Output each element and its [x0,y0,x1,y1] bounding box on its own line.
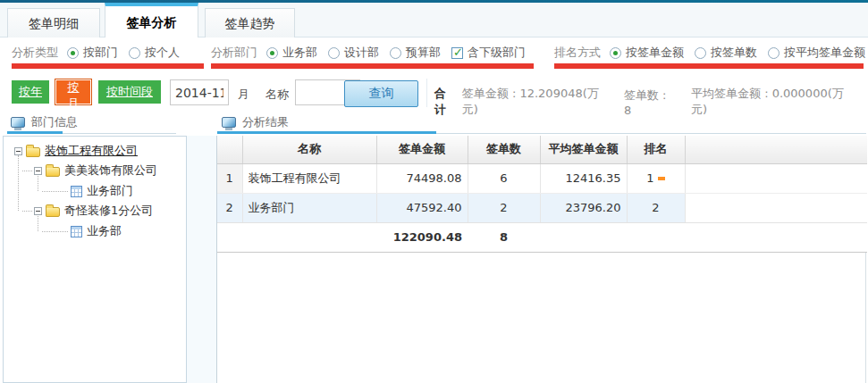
radio-label: 按个人 [145,45,180,61]
radio-label: 按签单金额 [626,45,684,61]
radio-icon[interactable] [390,47,401,59]
tree-item-meimei-company[interactable]: 美美装饰有限公司 [34,162,157,179]
radio-icon[interactable] [129,47,140,59]
total-empty [685,222,867,252]
header-index [217,136,242,163]
toolbar-divider [426,79,427,107]
by-time-range-button[interactable]: 按时间段 [98,80,161,104]
analysis-result-header: 分析结果 [222,114,289,130]
cell-sign-amount: 74498.08 [376,163,468,193]
name-label: 名称 [265,87,289,103]
department-info-header: 部门信息 [11,114,78,130]
collapse-icon[interactable] [34,207,42,215]
radio-by-department[interactable]: 按部门 [67,45,118,61]
month-input[interactable] [170,79,229,105]
total-empty [627,222,685,252]
total-sign-count: 签单数 : 8 [624,87,675,117]
radio-icon[interactable] [768,47,780,59]
total-sign-amount: 122090.48 [376,222,468,252]
radio-business-dept[interactable]: 业务部 [266,45,317,61]
collapse-icon[interactable] [34,167,42,175]
cell-name: 装饰工程有限公司 [242,163,376,193]
tree-item-label[interactable]: 业务部 [87,223,122,239]
radio-icon[interactable] [610,47,621,59]
monitor-icon [222,117,236,128]
total-empty [540,222,627,252]
checkbox-icon[interactable] [451,47,463,59]
department-info-underline-gray [63,133,176,134]
row-index: 1 [217,163,242,193]
tree-item-label[interactable]: 奇怪装修1分公司 [64,203,153,219]
radio-icon[interactable] [266,47,278,59]
query-button[interactable]: 查询 [344,80,418,107]
result-table: 名称 签单金额 签单数 平均签单金额 排名 1 装饰工程有限公司 74498.0… [217,136,867,253]
radio-icon[interactable] [67,47,79,59]
summary-totals: 合计 签单金额 : 12.209048(万元) 签单数 : 8 平均签单金额 :… [434,86,868,118]
red-highlight-underline-2 [211,63,534,69]
tree-connector [18,155,19,211]
cell-rank: 2 [627,193,685,222]
analysis-type-group: 分析类型 按部门 按个人 [12,45,190,61]
collapse-icon[interactable] [14,147,22,155]
tree-item-root-company[interactable]: 装饰工程有限公司 [14,142,138,160]
signing-analysis-page: 签单明细 签单分析 签单趋势 分析类型 按部门 按个人 分析部门 业务部 设计部… [0,0,868,383]
header-rank[interactable]: 排名 [627,136,685,163]
radio-by-average-sign-amount[interactable]: 按平均签单金额 [768,45,865,61]
radio-label: 业务部 [282,45,317,61]
radio-label: 设计部 [344,45,379,61]
table-row[interactable]: 2 业务部门 47592.40 2 23796.20 2 [217,193,867,222]
department-tree-panel: 装饰工程有限公司 美美装饰有限公司 业务部门 奇怪装修1分公司 业务部 [3,136,187,383]
row-index: 2 [217,193,242,222]
cell-sign-count: 6 [468,163,540,193]
checkbox-include-sub-departments[interactable]: 含下级部门 [451,45,526,61]
header-average-sign-amount[interactable]: 平均签单金额 [540,136,627,163]
ranking-method-group: 排名方式 按签单金额 按签单数 按平均签单金额 [554,45,865,61]
radio-design-dept[interactable]: 设计部 [328,45,379,61]
tab-signing-details[interactable]: 签单明细 [7,8,100,37]
tree-item-qiguai-branch[interactable]: 奇怪装修1分公司 [34,202,153,220]
total-sign-amount: 签单金额 : 12.209048(万元) [462,86,608,118]
radio-by-sign-amount[interactable]: 按签单金额 [610,45,684,61]
tree-connector [42,231,68,232]
cell-average-sign-amount: 23796.20 [540,193,627,222]
header-sign-count[interactable]: 签单数 [468,136,540,163]
header-sign-amount[interactable]: 签单金额 [376,136,468,163]
radio-label: 按部门 [83,45,118,61]
table-header-row: 名称 签单金额 签单数 平均签单金额 排名 [217,136,867,163]
cell-sign-count: 2 [468,193,540,222]
tree-connector [42,191,68,192]
tree-item-label[interactable]: 业务部门 [87,183,133,199]
table-icon [71,226,82,237]
radio-by-individual[interactable]: 按个人 [129,45,180,61]
rank-marker-icon [658,177,665,180]
radio-icon[interactable] [695,47,706,59]
tree-item-business-department[interactable]: 业务部门 [71,182,133,200]
department-info-underline [7,131,63,134]
analysis-result-title: 分析结果 [242,114,289,130]
radio-by-sign-count[interactable]: 按签单数 [695,45,757,61]
total-empty [217,222,242,252]
cell-name: 业务部门 [242,193,376,222]
rank-value: 2 [652,201,659,214]
analysis-department-group: 分析部门 业务部 设计部 预算部 含下级部门 [211,45,536,61]
analysis-type-label: 分析类型 [12,45,58,61]
tab-signing-analysis[interactable]: 签单分析 [105,3,198,37]
radio-icon[interactable] [328,47,340,59]
tree-item-label[interactable]: 装饰工程有限公司 [45,143,138,159]
analysis-result-underline-gray [436,133,866,134]
table-row[interactable]: 1 装饰工程有限公司 74498.08 6 12416.35 1 [217,163,867,193]
by-month-button[interactable]: 按月 [55,79,92,105]
cell-filler [685,193,867,222]
folder-icon [26,147,40,157]
radio-label: 预算部 [406,45,441,61]
month-unit-label: 月 [238,87,249,103]
by-year-button[interactable]: 按年 [12,80,49,104]
tab-signing-trend[interactable]: 签单趋势 [205,8,295,37]
tree-item-label[interactable]: 美美装饰有限公司 [64,162,157,179]
tree-item-business-dept[interactable]: 业务部 [71,222,122,240]
header-name[interactable]: 名称 [242,136,376,163]
radio-budget-dept[interactable]: 预算部 [390,45,441,61]
cell-filler [685,163,867,193]
total-average-sign-amount: 平均签单金额 : 0.000000(万元) [691,86,852,118]
folder-icon [46,207,60,217]
